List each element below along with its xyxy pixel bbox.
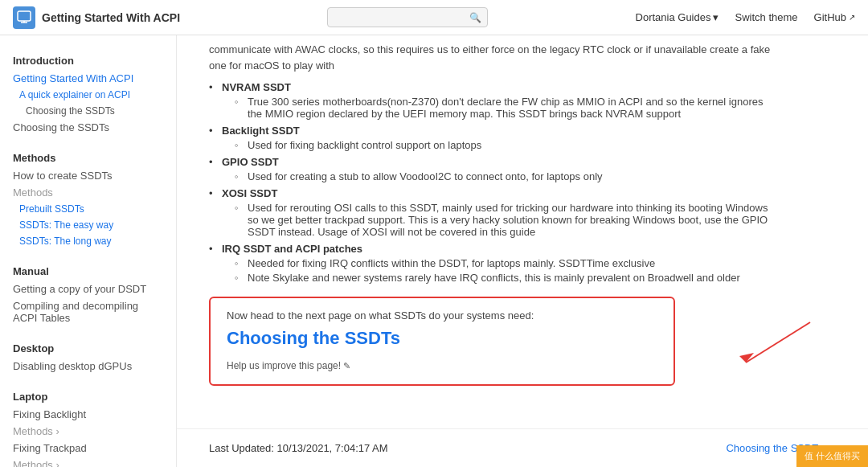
- sidebar-section-manual: Manual: [0, 259, 176, 281]
- irq-desc-1: Needed for fixing IRQ conflicts within t…: [248, 257, 655, 269]
- gpio-desc: Used for creating a stub to allow Voodoo…: [248, 170, 603, 182]
- switch-theme-link[interactable]: Switch theme: [735, 11, 797, 23]
- external-link-icon: ↗: [849, 13, 855, 22]
- dortania-guides-label: Dortania Guides: [636, 11, 711, 23]
- chevron-down-icon: ▾: [713, 11, 719, 23]
- main-list: NVRAM SSDT True 300 series motherboards(…: [209, 81, 772, 284]
- list-item-gpio: GPIO SSDT Used for creating a stub to al…: [209, 156, 772, 182]
- nvram-desc: True 300 series motherboards(non-Z370) d…: [248, 96, 763, 120]
- dortania-guides-link[interactable]: Dortania Guides ▾: [636, 11, 719, 23]
- sidebar-item-long-way[interactable]: SSDTs: The long way: [0, 233, 176, 249]
- sidebar: Introduction Getting Started With ACPI A…: [0, 35, 177, 467]
- last-updated: Last Updated: 10/13/2021, 7:04:17 AM: [209, 442, 388, 454]
- edit-icon: ✎: [343, 361, 350, 371]
- intro-text: communicate with AWAC clocks, so this re…: [209, 42, 772, 73]
- nvram-title: NVRAM SSDT: [222, 81, 291, 93]
- sidebar-item-quick-explainer[interactable]: A quick explainer on ACPI: [0, 87, 176, 103]
- sidebar-item-choosing-ssdts[interactable]: Choosing the SSDTs: [0, 119, 176, 136]
- gpio-sub-item: Used for creating a stub to allow Voodoo…: [235, 170, 772, 182]
- sidebar-item-how-to-create[interactable]: How to create SSDTs: [0, 167, 176, 184]
- irq-desc-2: Note Skylake and newer systems rarely ha…: [248, 272, 740, 284]
- list-item-irq: IRQ SSDT and ACPI patches Needed for fix…: [209, 243, 772, 284]
- sidebar-item-methods-laptop2[interactable]: Methods ›: [0, 457, 176, 467]
- switch-theme-label: Switch theme: [735, 11, 797, 23]
- help-improve-text: Help us improve this page!: [227, 360, 341, 371]
- irq-sub-item-2: Note Skylake and newer systems rarely ha…: [235, 272, 772, 284]
- main-layout: Introduction Getting Started With ACPI A…: [0, 35, 868, 467]
- last-updated-text: Last Updated: 10/13/2021, 7:04:17 AM: [209, 442, 388, 454]
- sidebar-item-compiling[interactable]: Compiling and decompiling ACPI Tables: [0, 297, 176, 326]
- xosi-desc: Used for rerouting OSI calls to this SSD…: [248, 202, 768, 238]
- sidebar-item-choosing-ssdts-sub[interactable]: Choosing the SSDTs: [0, 103, 176, 119]
- search-icon: 🔍: [469, 12, 481, 23]
- sidebar-item-easy-way[interactable]: SSDTs: The easy way: [0, 217, 176, 233]
- search-bar: 🔍: [327, 7, 488, 27]
- xosi-title: XOSI SSDT: [222, 187, 277, 199]
- logo-svg: [16, 10, 32, 26]
- sidebar-section-methods: Methods: [0, 145, 176, 167]
- list-item-xosi: XOSI SSDT Used for rerouting OSI calls t…: [209, 187, 772, 238]
- sidebar-item-disabling-desktop-dgpu[interactable]: Disabling desktop dGPUs: [0, 358, 176, 375]
- svg-rect-0: [18, 11, 31, 21]
- logo[interactable]: Getting Started With ACPI: [13, 6, 180, 29]
- backlight-sub-item: Used for fixing backlight control suppor…: [235, 139, 772, 151]
- backlight-title: Backlight SSDT: [222, 125, 300, 137]
- sidebar-section-laptop: Laptop: [0, 384, 176, 406]
- nvram-sub-item: True 300 series motherboards(non-Z370) d…: [235, 96, 772, 120]
- content-inner: communicate with AWAC clocks, so this re…: [209, 35, 772, 386]
- logo-text: Getting Started With ACPI: [42, 11, 180, 24]
- nav-card-lead: Now head to the next page on what SSDTs …: [227, 309, 657, 322]
- sidebar-item-fixing-backlight[interactable]: Fixing Backlight: [0, 406, 176, 423]
- nvram-sublist: True 300 series motherboards(non-Z370) d…: [222, 96, 772, 120]
- top-nav: Getting Started With ACPI 🔍 Dortania Gui…: [0, 0, 868, 35]
- sidebar-item-methods-gray[interactable]: Methods: [0, 184, 176, 201]
- content: communicate with AWAC clocks, so this re…: [177, 35, 868, 428]
- github-label: GitHub: [814, 11, 846, 23]
- sidebar-item-fixing-trackpad[interactable]: Fixing Trackpad: [0, 440, 176, 457]
- sidebar-item-getting-started[interactable]: Getting Started With ACPI: [0, 70, 176, 87]
- gpio-sublist: Used for creating a stub to allow Voodoo…: [222, 170, 772, 182]
- nav-card-footer: Help us improve this page! ✎: [227, 360, 657, 371]
- help-improve-link[interactable]: Help us improve this page! ✎: [227, 360, 350, 371]
- xosi-sub-item: Used for rerouting OSI calls to this SSD…: [235, 202, 772, 238]
- sidebar-item-prebuilt[interactable]: Prebuilt SSDTs: [0, 201, 176, 217]
- irq-title: IRQ SSDT and ACPI patches: [222, 243, 362, 255]
- xosi-sublist: Used for rerouting OSI calls to this SSD…: [222, 202, 772, 238]
- sidebar-item-copy-dsdt[interactable]: Getting a copy of your DSDT: [0, 281, 176, 297]
- search-input[interactable]: [327, 7, 488, 27]
- backlight-desc: Used for fixing backlight control suppor…: [248, 139, 481, 151]
- content-area: communicate with AWAC clocks, so this re…: [177, 35, 868, 467]
- nav-card-title[interactable]: Choosing the SSDTs: [227, 328, 657, 349]
- arrow-annotation: [674, 314, 818, 379]
- list-item-nvram: NVRAM SSDT True 300 series motherboards(…: [209, 81, 772, 120]
- github-link[interactable]: GitHub ↗: [814, 11, 855, 23]
- logo-icon: [13, 6, 35, 29]
- svg-line-3: [746, 322, 810, 363]
- gpio-title: GPIO SSDT: [222, 156, 279, 168]
- sidebar-section-desktop: Desktop: [0, 336, 176, 358]
- sidebar-section-introduction: Introduction: [0, 48, 176, 70]
- sidebar-item-methods-laptop1[interactable]: Methods ›: [0, 423, 176, 440]
- nav-card: Now head to the next page on what SSDTs …: [209, 297, 675, 386]
- backlight-sublist: Used for fixing backlight control suppor…: [222, 139, 772, 151]
- list-item-backlight: Backlight SSDT Used for fixing backlight…: [209, 125, 772, 151]
- irq-sub-item-1: Needed for fixing IRQ conflicts within t…: [235, 257, 772, 269]
- nav-right: Dortania Guides ▾ Switch theme GitHub ↗: [636, 11, 855, 23]
- content-bottom: Last Updated: 10/13/2021, 7:04:17 AM Cho…: [177, 428, 868, 467]
- svg-marker-4: [739, 353, 754, 363]
- watermark: 值 什么值得买: [796, 445, 868, 467]
- irq-sublist: Needed for fixing IRQ conflicts within t…: [222, 257, 772, 284]
